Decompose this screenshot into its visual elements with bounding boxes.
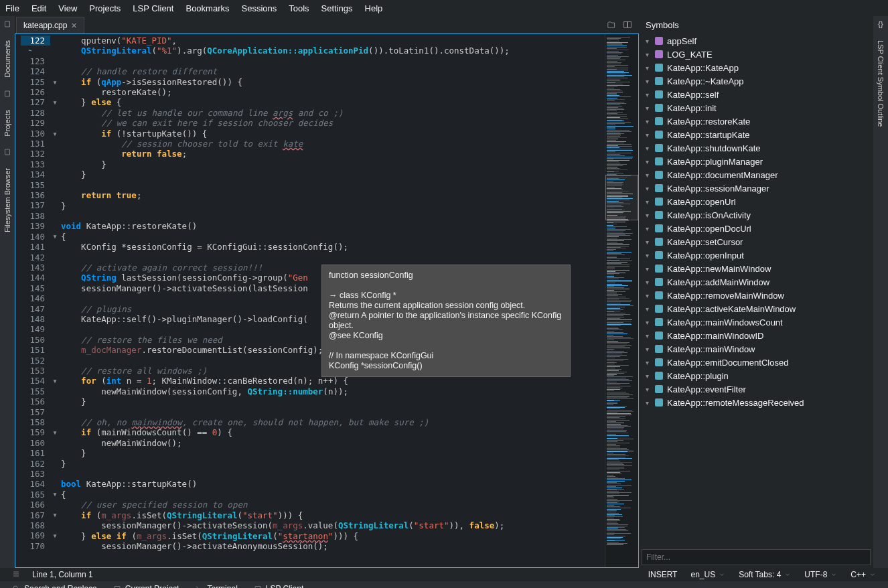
symbol-item[interactable]: ▾KateApp::~KateApp (639, 74, 873, 88)
list-icon[interactable] (12, 570, 20, 578)
symbol-item[interactable]: ▾KateApp::addMainWindow (639, 275, 873, 289)
bottom-lsp-client[interactable]: LSP Client (254, 584, 303, 588)
symbol-icon (655, 77, 663, 85)
menu-lsp-client[interactable]: LSP Client (133, 3, 173, 13)
symbol-item[interactable]: ▾KateApp::activeKateMainWindow (639, 302, 873, 315)
symbol-item[interactable]: ▾appSelf (639, 34, 873, 48)
fold-toggle (50, 479, 60, 489)
symbol-item[interactable]: ▾KateApp::removeMainWindow (639, 289, 873, 302)
bottom-terminal[interactable]: Terminal (195, 584, 237, 588)
editor[interactable]: 122↪123124125126127128129130131132133134… (15, 33, 639, 568)
symbol-item[interactable]: ▾KateApp::KateApp (639, 61, 873, 74)
symbol-icon (655, 131, 663, 139)
fold-toggle[interactable]: ▾ (50, 427, 60, 437)
fold-toggle[interactable]: ▾ (50, 231, 60, 241)
symbol-icon (655, 278, 663, 286)
symbol-icon (655, 291, 663, 299)
symbol-item[interactable]: ▾KateApp::newMainWindow (639, 262, 873, 275)
symbol-item[interactable]: ▾KateApp::setCursor (639, 235, 873, 248)
fold-toggle (50, 324, 60, 334)
symbols-title: Symbols (639, 16, 873, 34)
symbol-item[interactable]: ▾KateApp::openInput (639, 248, 873, 262)
tree-toggle-icon: ▾ (646, 212, 651, 219)
cursor-position[interactable]: Line 1, Column 1 (32, 570, 93, 579)
symbol-item[interactable]: ▾KateApp::openDocUrl (639, 222, 873, 235)
document-icon (3, 20, 11, 28)
symbol-item[interactable]: ▾LOG_KATE (639, 48, 873, 61)
symbol-list: ▾appSelf▾LOG_KATE▾KateApp::KateApp▾KateA… (639, 34, 873, 546)
tree-toggle-icon: ▾ (646, 171, 651, 179)
filetype-selector[interactable]: C++ (850, 570, 876, 579)
folder-open-icon[interactable] (607, 20, 616, 29)
indent-selector[interactable]: Soft Tabs: 4 (739, 570, 791, 579)
menu-edit[interactable]: Edit (31, 3, 46, 13)
symbol-item[interactable]: ▾KateApp::openUrl (639, 195, 873, 208)
symbol-label: KateApp::KateApp (667, 63, 739, 73)
symbol-filter-input[interactable] (642, 549, 871, 565)
symbol-item[interactable]: ▾KateApp::plugin (639, 369, 873, 382)
symbol-item[interactable]: ▾KateApp::init (639, 101, 873, 115)
project-icon (3, 90, 11, 98)
chevron-down-icon (830, 571, 837, 578)
symbol-label: KateApp::openDocUrl (667, 224, 751, 234)
symbol-item[interactable]: ▾KateApp::mainWindowsCount (639, 315, 873, 329)
symbol-item[interactable]: ▾KateApp::self (639, 88, 873, 101)
fold-gutter[interactable]: ▾▾▾▾▾▾▾▾▾ (50, 34, 60, 567)
dock-filesystem-browser[interactable]: Filesystem Browser (3, 168, 11, 232)
menu-file[interactable]: File (5, 3, 19, 13)
fold-toggle[interactable]: ▾ (50, 77, 60, 87)
fold-toggle (50, 190, 60, 200)
edit-mode[interactable]: INSERT (648, 570, 678, 579)
minimap[interactable] (605, 34, 638, 567)
fold-toggle[interactable]: ▾ (50, 376, 60, 386)
symbol-label: KateApp::mainWindow (667, 344, 755, 354)
symbol-item[interactable]: ▾KateApp::isOnActivity (639, 208, 873, 222)
symbol-item[interactable]: ▾KateApp::documentManager (639, 168, 873, 181)
bottom-current-project[interactable]: Current Project (113, 584, 179, 588)
tree-toggle-icon: ▾ (646, 359, 651, 366)
symbol-icon (655, 358, 663, 366)
dock-projects[interactable]: Projects (3, 110, 11, 137)
symbol-item[interactable]: ▾KateApp::shutdownKate (639, 141, 873, 155)
symbol-item[interactable]: ▾KateApp::remoteMessageReceived (639, 396, 873, 409)
fold-toggle (50, 200, 60, 210)
symbol-item[interactable]: ▾KateApp::startupKate (639, 128, 873, 141)
dock-lsp-client-symbol-outline[interactable]: LSP Client Symbol Outline (877, 40, 885, 127)
file-tab[interactable]: kateapp.cpp × (16, 17, 84, 33)
symbol-icon (655, 50, 663, 58)
fold-toggle[interactable]: ▾ (50, 530, 60, 540)
encoding-selector[interactable]: UTF-8 (804, 570, 837, 579)
menu-view[interactable]: View (58, 3, 77, 13)
dock-documents[interactable]: Documents (3, 40, 11, 78)
fold-toggle (50, 417, 60, 427)
symbol-icon (655, 385, 663, 393)
symbol-item[interactable]: ▾KateApp::sessionManager (639, 181, 873, 195)
language-selector[interactable]: en_US (690, 570, 725, 579)
split-icon[interactable] (623, 20, 632, 29)
menu-tools[interactable]: Tools (289, 3, 309, 13)
close-icon[interactable]: × (71, 20, 76, 31)
fold-toggle[interactable]: ▾ (50, 129, 60, 139)
symbol-icon (655, 332, 663, 340)
symbol-item[interactable]: ▾KateApp::emitDocumentClosed (639, 356, 873, 369)
symbol-label: KateApp::init (667, 103, 717, 113)
menu-sessions[interactable]: Sessions (242, 3, 277, 13)
symbol-item[interactable]: ▾KateApp::mainWindow (639, 342, 873, 356)
bottom-search-and-replace[interactable]: Search and Replace (12, 584, 97, 588)
chevron-down-icon (869, 571, 876, 578)
fold-toggle (50, 520, 60, 530)
menu-bookmarks[interactable]: Bookmarks (186, 3, 229, 13)
fold-toggle (50, 221, 60, 231)
menu-help[interactable]: Help (365, 3, 383, 13)
menu-projects[interactable]: Projects (89, 3, 121, 13)
menu-settings[interactable]: Settings (321, 3, 353, 13)
symbol-item[interactable]: ▾KateApp::eventFilter (639, 382, 873, 396)
fold-toggle[interactable]: ▾ (50, 510, 60, 520)
fold-toggle[interactable]: ▾ (50, 489, 60, 499)
symbol-item[interactable]: ▾KateApp::restoreKate (639, 115, 873, 128)
fold-toggle (50, 169, 60, 179)
fold-toggle[interactable]: ▾ (50, 97, 60, 107)
symbol-item[interactable]: ▾KateApp::pluginManager (639, 155, 873, 168)
symbol-item[interactable]: ▾KateApp::mainWindowID (639, 329, 873, 342)
tree-toggle-icon: ▾ (646, 145, 651, 152)
